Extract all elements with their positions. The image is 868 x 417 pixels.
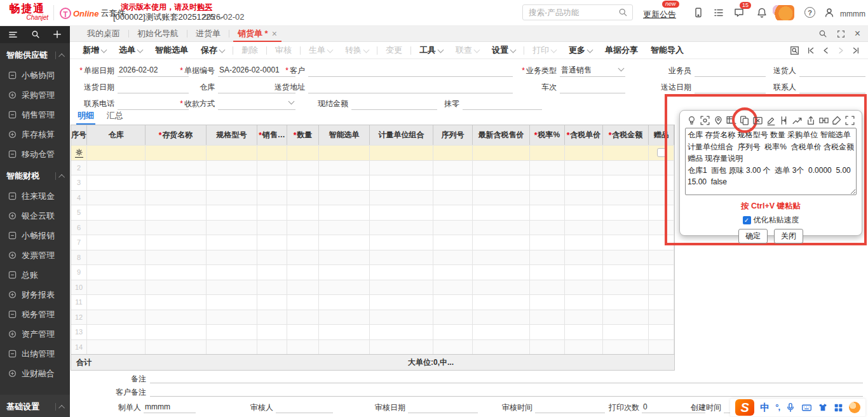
sidebar-item-ledger[interactable]: 总账: [0, 265, 70, 285]
column-header-0[interactable]: 序号: [71, 125, 87, 145]
search-icon[interactable]: [618, 8, 628, 17]
tab-init-nav[interactable]: 初始化导航: [129, 25, 187, 42]
card-remove-icon[interactable]: [752, 115, 763, 126]
column-header-10[interactable]: *税率%: [530, 125, 565, 145]
sidebar-item-cashier[interactable]: 出纳管理: [0, 344, 70, 364]
grid-cell[interactable]: [146, 145, 207, 160]
column-header-8[interactable]: 序列号: [433, 125, 473, 145]
save-button[interactable]: 保存: [194, 44, 231, 56]
column-header-6[interactable]: 智能选单: [319, 125, 370, 145]
sidebar-section-header-supply-chain[interactable]: 智能供应链: [0, 45, 70, 65]
contact-input[interactable]: [799, 81, 865, 93]
sidebar-item-mobile-warehouse[interactable]: 移动仓管: [0, 144, 70, 164]
menu-icon[interactable]: [8, 30, 18, 39]
preview-search-icon[interactable]: [790, 46, 799, 55]
sidebar-item-sales[interactable]: 销售管理: [0, 105, 70, 125]
toolbox-grid-icon[interactable]: [834, 403, 843, 413]
audit-date-input[interactable]: [408, 402, 478, 413]
grid-cell[interactable]: [71, 145, 87, 160]
close-tab-icon[interactable]: ×: [272, 29, 277, 39]
column-header-4[interactable]: *销售…: [257, 125, 287, 145]
sidebar-item-tax[interactable]: 税务管理: [0, 304, 70, 324]
grid-row-7[interactable]: 7: [71, 235, 674, 250]
grid-row-2[interactable]: 2: [71, 160, 674, 175]
settings-button[interactable]: 设置: [485, 44, 522, 56]
bulb-icon[interactable]: [686, 115, 697, 126]
ime-punctuation-toggle[interactable]: °,: [775, 399, 780, 416]
column-header-9[interactable]: 最新含税售价: [473, 125, 530, 145]
scan-icon[interactable]: [700, 115, 710, 126]
mascot-icon[interactable]: [773, 5, 794, 20]
row-settings-gear-icon[interactable]: [75, 148, 83, 158]
tab-detail[interactable]: 明细: [78, 110, 94, 121]
user-icon[interactable]: [824, 7, 835, 18]
tag-icon[interactable]: [831, 115, 842, 126]
prev-record-icon[interactable]: [822, 46, 830, 55]
grid-row-4[interactable]: 4: [71, 190, 674, 205]
tab-sales-order[interactable]: 销货单 *×: [229, 25, 285, 42]
sogou-logo-icon[interactable]: S: [735, 399, 754, 416]
microphone-icon[interactable]: [785, 402, 796, 413]
last-record-icon[interactable]: [852, 46, 860, 55]
grid-row-5[interactable]: 5: [71, 205, 674, 220]
fullscreen-icon[interactable]: [844, 115, 855, 126]
share-button[interactable]: 单据分享: [599, 44, 644, 56]
paste-icon[interactable]: [739, 115, 750, 126]
optimize-paste-checkbox[interactable]: ✓: [743, 216, 751, 224]
grid-cell[interactable]: [87, 145, 146, 160]
grid-cell[interactable]: [207, 145, 257, 160]
column-header-2[interactable]: *存货名称: [146, 125, 207, 145]
sidebar-item-collab[interactable]: 小畅协同: [0, 65, 70, 85]
grid-row-8[interactable]: 8: [71, 250, 674, 265]
grid-cell[interactable]: [603, 145, 649, 160]
search-input[interactable]: [527, 8, 618, 18]
deliverer-input[interactable]: [799, 64, 865, 77]
buy-link[interactable]: 购买: [197, 3, 212, 11]
sidebar-item-bank-cloud[interactable]: 银企云联: [0, 206, 70, 226]
location-icon[interactable]: [713, 115, 724, 126]
sidebar-item-cash[interactable]: 往来现金: [0, 186, 70, 206]
grid-row-10[interactable]: 10: [71, 280, 674, 295]
column-header-1[interactable]: 仓库: [87, 125, 146, 145]
update-announcement-link[interactable]: 更新公告: [643, 9, 676, 20]
grid-cell[interactable]: [319, 145, 370, 160]
customer-remark-input[interactable]: [150, 385, 863, 397]
grid-row-11[interactable]: 11: [71, 294, 674, 310]
task-list-icon[interactable]: [713, 7, 724, 18]
paste-textarea[interactable]: 仓库 存货名称 规格型号 数量 采购单位 智能选单 计量单位组合 序列号 税率%…: [685, 128, 857, 195]
sidebar-item-purchase[interactable]: 采购管理: [0, 85, 70, 105]
mobile-app-icon[interactable]: [693, 7, 704, 18]
grid-cell[interactable]: [433, 145, 473, 160]
creator-input[interactable]: mmmm: [144, 402, 196, 413]
signature-icon[interactable]: [766, 115, 776, 126]
dropdown-icon[interactable]: [618, 65, 625, 72]
collapse-icon[interactable]: [58, 53, 65, 59]
collapse-icon[interactable]: [58, 174, 65, 180]
grid-row-12[interactable]: 12: [71, 310, 674, 325]
vehicle-input[interactable]: [560, 81, 625, 93]
trend-icon[interactable]: [792, 115, 803, 126]
close-icon[interactable]: ×: [855, 29, 860, 38]
tab-desktop[interactable]: 我的桌面: [79, 25, 128, 42]
close-dialog-button[interactable]: 关闭: [774, 229, 803, 243]
tab-purchase-order[interactable]: 进货单: [187, 25, 229, 42]
more-button[interactable]: 更多: [562, 44, 599, 56]
grid-row-1[interactable]: [71, 145, 674, 160]
biz-type-input[interactable]: 普通销售: [560, 64, 625, 77]
grid-row-3[interactable]: 3: [71, 175, 674, 190]
maximize-icon[interactable]: [837, 30, 845, 38]
grid-cell[interactable]: [287, 145, 319, 160]
confirm-button[interactable]: 确定: [738, 229, 768, 243]
ime-language-toggle[interactable]: 中: [760, 399, 770, 416]
sidebar-item-fin-report[interactable]: 财务报表: [0, 285, 70, 304]
first-record-icon[interactable]: [806, 46, 815, 55]
column-header-11[interactable]: *含税单价: [565, 125, 603, 145]
auditor-input[interactable]: [276, 402, 333, 413]
help-icon[interactable]: ?: [804, 7, 815, 18]
grid-row-13[interactable]: 13: [71, 324, 674, 339]
grid-cell[interactable]: [370, 145, 433, 160]
column-header-7[interactable]: 计量单位组合: [370, 125, 433, 145]
combine-icon[interactable]: [818, 115, 829, 126]
merge-icon[interactable]: [778, 115, 789, 126]
grid-cell[interactable]: [565, 145, 603, 160]
